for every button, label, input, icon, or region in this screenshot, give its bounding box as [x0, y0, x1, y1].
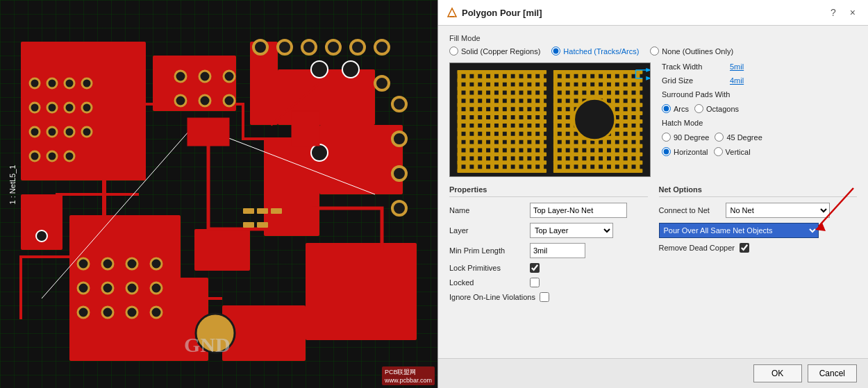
ok-button[interactable]: OK: [753, 364, 802, 382]
pcb-side-label: 1 : NetL5_1: [8, 165, 17, 205]
svg-rect-4: [194, 229, 250, 271]
layer-row: Layer Top Layer: [449, 223, 648, 238]
fill-mode-label: Fill Mode: [449, 34, 857, 42]
min-prim-label: Min Prim Length: [449, 246, 526, 255]
remove-dead-checkbox[interactable]: [740, 243, 749, 253]
svg-point-64: [311, 61, 328, 78]
svg-point-21: [392, 97, 406, 111]
svg-point-16: [302, 40, 316, 54]
svg-point-20: [375, 76, 389, 90]
bottom-section: Properties Name Layer Top Layer Min Prim…: [449, 185, 857, 307]
svg-point-38: [47, 151, 57, 161]
surround-octagons[interactable]: Octagons: [694, 104, 739, 113]
surround-pads-label: Surround Pads With: [662, 90, 730, 99]
hatch-horizontal[interactable]: Horizontal: [662, 147, 708, 156]
track-width-value[interactable]: 5mil: [730, 62, 744, 71]
dialog-titlebar: Polygon Pour [mil] ? ×: [438, 0, 868, 26]
svg-rect-93: [515, 70, 519, 173]
svg-rect-96: [540, 70, 544, 173]
svg-point-50: [78, 282, 89, 294]
lock-prim-label: Lock Primitives: [449, 264, 526, 272]
svg-point-39: [65, 151, 74, 161]
pcb-canvas: 1 : NetL5_1 GND PCB联盟网www.pcbbar.com: [0, 0, 437, 388]
svg-point-22: [392, 132, 406, 146]
svg-point-23: [392, 167, 406, 180]
locked-checkbox[interactable]: [530, 278, 540, 287]
svg-point-66: [311, 144, 328, 161]
svg-point-45: [224, 95, 235, 106]
net-options-section: Net Options Connect to Net No Net Pour O…: [659, 185, 858, 307]
fill-mode-hatched[interactable]: Hatched (Tracks/Arcs): [551, 47, 639, 56]
svg-point-43: [175, 95, 186, 106]
svg-point-27: [65, 78, 74, 88]
locked-row: Locked: [449, 278, 648, 287]
ignore-violations-row: Ignore On-Line Violations: [449, 292, 648, 302]
svg-point-44: [199, 95, 210, 106]
hatch-90[interactable]: 90 Degree: [662, 133, 709, 142]
ignore-violations-checkbox[interactable]: [540, 292, 549, 302]
surround-arcs[interactable]: Arcs: [662, 104, 689, 113]
svg-point-47: [102, 258, 113, 269]
svg-point-42: [224, 71, 235, 82]
layer-label: Layer: [449, 226, 526, 235]
svg-point-24: [392, 201, 406, 215]
svg-marker-70: [448, 8, 456, 17]
svg-point-55: [102, 307, 113, 318]
svg-rect-63: [257, 222, 268, 228]
svg-point-35: [65, 127, 74, 137]
cancel-button[interactable]: Cancel: [808, 364, 857, 382]
svg-rect-88: [474, 70, 478, 173]
locked-label: Locked: [449, 278, 526, 287]
svg-rect-59: [243, 208, 254, 214]
svg-rect-62: [243, 222, 254, 228]
name-row: Name: [449, 203, 648, 218]
min-prim-input[interactable]: [530, 243, 585, 258]
name-input[interactable]: [530, 203, 627, 218]
svg-point-48: [126, 258, 137, 269]
lock-prim-checkbox[interactable]: [530, 263, 540, 273]
svg-point-46: [78, 258, 89, 269]
track-width-label: Track Width: [662, 62, 724, 71]
close-button[interactable]: ×: [846, 6, 860, 19]
svg-point-52: [126, 282, 137, 294]
net-options-header: Net Options: [659, 185, 858, 197]
min-prim-row: Min Prim Length: [449, 243, 648, 258]
svg-rect-61: [271, 208, 282, 214]
lock-prim-row: Lock Primitives: [449, 263, 648, 273]
name-label: Name: [449, 206, 526, 214]
svg-point-67: [36, 230, 47, 242]
layer-select[interactable]: Top Layer: [530, 223, 613, 238]
surround-radio-group: Arcs Octagons: [662, 104, 857, 113]
hatch-45[interactable]: 45 Degree: [715, 133, 762, 142]
polygon-icon: [446, 7, 458, 18]
svg-rect-86: [458, 70, 462, 173]
svg-point-53: [151, 282, 162, 294]
help-button[interactable]: ?: [826, 6, 840, 19]
watermark: PCB联盟网www.pcbbar.com: [382, 366, 435, 385]
svg-point-36: [82, 127, 92, 137]
pour-over-row: Pour Over All Same Net Objects: [659, 223, 858, 238]
properties-header: Properties: [449, 185, 648, 197]
fill-mode-solid[interactable]: Solid (Copper Regions): [449, 47, 540, 56]
svg-point-40: [175, 71, 186, 82]
dialog-title: Polygon Pour [mil]: [462, 8, 542, 18]
ignore-violations-label: Ignore On-Line Violations: [449, 293, 535, 301]
svg-point-57: [151, 307, 162, 318]
svg-rect-118: [619, 70, 624, 173]
hatch-mode-row1: 90 Degree 45 Degree: [662, 133, 857, 142]
fill-mode-group: Solid (Copper Regions) Hatched (Tracks/A…: [449, 47, 857, 56]
hatch-mode-label: Hatch Mode: [662, 119, 724, 127]
svg-point-65: [342, 61, 359, 78]
fill-mode-none[interactable]: None (Outlines Only): [650, 47, 733, 56]
track-width-row: Track Width 5mil: [662, 62, 857, 71]
svg-point-56: [126, 307, 137, 318]
svg-point-26: [47, 78, 57, 88]
connect-to-net-select[interactable]: No Net: [726, 203, 830, 218]
hatch-mode-row: Hatch Mode: [662, 119, 857, 127]
pour-over-select[interactable]: Pour Over All Same Net Objects: [659, 223, 819, 238]
grid-size-value[interactable]: 4mil: [730, 76, 744, 85]
svg-point-37: [30, 151, 40, 161]
svg-rect-95: [531, 70, 535, 173]
hatch-vertical[interactable]: Vertical: [714, 147, 751, 156]
svg-point-14: [253, 40, 267, 54]
